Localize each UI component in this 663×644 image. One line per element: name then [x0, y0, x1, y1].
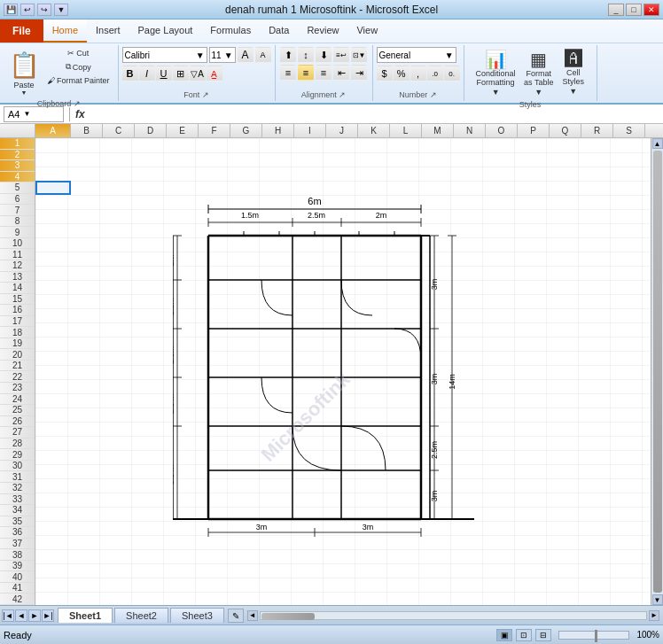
tab-next-btn[interactable]: ►	[28, 609, 41, 622]
row-header-1[interactable]: 1	[0, 138, 35, 150]
format-as-table-button[interactable]: ▦ Formatas Table ▼	[521, 47, 556, 98]
redo-quick-btn[interactable]: ↪	[37, 4, 51, 16]
tab-last-btn[interactable]: ►|	[42, 609, 54, 622]
row-header-8[interactable]: 8	[0, 216, 35, 228]
tab-page-layout[interactable]: Page Layout	[129, 19, 202, 43]
col-header-S[interactable]: S	[613, 124, 645, 137]
align-center-btn[interactable]: ≡	[298, 65, 314, 81]
row-header-9[interactable]: 9	[0, 227, 35, 238]
row-header-35[interactable]: 35	[0, 516, 35, 528]
scroll-down-btn[interactable]: ▼	[652, 594, 663, 605]
row-header-32[interactable]: 32	[0, 483, 35, 494]
minimize-btn[interactable]: _	[608, 4, 624, 16]
col-header-F[interactable]: F	[199, 124, 230, 137]
col-header-H[interactable]: H	[262, 124, 294, 137]
sheet-tab-3[interactable]: Sheet3	[170, 608, 224, 623]
tab-home[interactable]: Home	[43, 19, 87, 43]
scroll-up-btn[interactable]: ▲	[652, 138, 663, 149]
font-size-dropdown[interactable]: 11 ▼	[209, 47, 236, 63]
col-header-P[interactable]: P	[518, 124, 550, 137]
sheet-tab-2[interactable]: Sheet2	[114, 608, 168, 623]
row-header-38[interactable]: 38	[0, 549, 35, 561]
percent-btn[interactable]: %	[394, 66, 410, 81]
row-header-24[interactable]: 24	[0, 394, 35, 406]
align-middle-btn[interactable]: ↕	[298, 47, 314, 63]
conditional-formatting-button[interactable]: 📊 ConditionalFormatting ▼	[473, 47, 518, 98]
col-header-B[interactable]: B	[71, 124, 103, 137]
sheet-tab-1[interactable]: Sheet1	[58, 608, 113, 623]
row-header-37[interactable]: 37	[0, 539, 35, 550]
row-header-26[interactable]: 26	[0, 416, 35, 428]
col-header-C[interactable]: C	[103, 124, 135, 137]
zoom-slider[interactable]	[558, 631, 629, 640]
row-header-4[interactable]: 4	[0, 172, 35, 183]
row-header-39[interactable]: 39	[0, 561, 35, 572]
tab-prev-btn[interactable]: ◄	[15, 609, 27, 622]
h-scroll-track[interactable]	[260, 611, 647, 620]
row-header-14[interactable]: 14	[0, 283, 35, 294]
increase-indent-btn[interactable]: ⇥	[351, 65, 367, 81]
horizontal-scrollbar[interactable]: ◄ ►	[247, 609, 659, 622]
row-header-13[interactable]: 13	[0, 272, 35, 283]
row-header-33[interactable]: 33	[0, 494, 35, 506]
font-color-button[interactable]: A̲	[207, 66, 222, 81]
add-sheet-btn[interactable]: ✎	[228, 609, 244, 623]
scroll-right-btn[interactable]: ►	[649, 610, 659, 621]
cell-reference-box[interactable]: A4 ▼	[4, 106, 64, 122]
row-header-17[interactable]: 17	[0, 316, 35, 328]
undo-quick-btn[interactable]: ↩	[20, 4, 35, 16]
row-header-11[interactable]: 11	[0, 249, 35, 260]
row-header-22[interactable]: 22	[0, 371, 35, 383]
row-header-12[interactable]: 12	[0, 260, 35, 272]
comma-btn[interactable]: ,	[410, 66, 426, 81]
tab-data[interactable]: Data	[260, 19, 298, 43]
border-button[interactable]: ⊞	[173, 66, 189, 81]
fill-color-button[interactable]: ▽A	[190, 66, 206, 81]
row-header-31[interactable]: 31	[0, 471, 35, 483]
row-header-7[interactable]: 7	[0, 205, 35, 216]
file-tab[interactable]: File	[0, 19, 43, 43]
tab-view[interactable]: View	[347, 19, 386, 43]
tab-formulas[interactable]: Formulas	[201, 19, 260, 43]
underline-button[interactable]: U	[156, 66, 172, 81]
row-header-29[interactable]: 29	[0, 449, 35, 461]
row-header-34[interactable]: 34	[0, 505, 35, 516]
row-header-2[interactable]: 2	[0, 150, 35, 161]
cut-button[interactable]: ✂ Cut	[44, 47, 113, 59]
tab-insert[interactable]: Insert	[87, 19, 129, 43]
font-name-dropdown[interactable]: Calibri ▼	[122, 47, 207, 63]
row-header-20[interactable]: 20	[0, 349, 35, 361]
row-header-27[interactable]: 27	[0, 427, 35, 438]
increase-decimal-btn[interactable]: 0.	[444, 66, 460, 81]
currency-btn[interactable]: $	[377, 66, 393, 81]
merge-btn[interactable]: ⊡▼	[351, 47, 367, 63]
alignment-expand-icon[interactable]: ↗	[339, 90, 346, 99]
cell-styles-button[interactable]: 🅰 CellStyles ▼	[559, 47, 587, 97]
row-header-19[interactable]: 19	[0, 338, 35, 350]
cells-area[interactable]: 6m 1.5m 2.5m 2m 2m 1.5m	[35, 138, 663, 605]
align-bottom-btn[interactable]: ⬇	[316, 47, 332, 63]
row-header-15[interactable]: 15	[0, 294, 35, 306]
row-header-42[interactable]: 42	[0, 594, 35, 605]
formula-input[interactable]	[89, 106, 659, 122]
decrease-decimal-btn[interactable]: .0	[427, 66, 443, 81]
paste-button[interactable]: 📋 Paste ▼	[5, 47, 43, 97]
clipboard-expand-icon[interactable]: ↗	[74, 99, 81, 108]
col-header-M[interactable]: M	[422, 124, 454, 137]
row-header-30[interactable]: 30	[0, 461, 35, 472]
col-header-A[interactable]: A	[35, 124, 71, 137]
save-quick-btn[interactable]: 💾	[4, 4, 18, 16]
row-header-3[interactable]: 3	[0, 160, 35, 172]
align-right-btn[interactable]: ≡	[316, 65, 332, 81]
col-header-K[interactable]: K	[358, 124, 390, 137]
col-header-Q[interactable]: Q	[550, 124, 581, 137]
row-header-41[interactable]: 41	[0, 583, 35, 594]
align-top-btn[interactable]: ⬆	[280, 47, 296, 63]
row-header-18[interactable]: 18	[0, 327, 35, 338]
row-header-21[interactable]: 21	[0, 361, 35, 372]
number-format-dropdown[interactable]: General ▼	[377, 47, 456, 63]
close-btn[interactable]: ✕	[644, 4, 659, 16]
tab-review[interactable]: Review	[298, 19, 347, 43]
tab-first-btn[interactable]: |◄	[2, 609, 14, 622]
number-expand-icon[interactable]: ↗	[430, 90, 437, 99]
